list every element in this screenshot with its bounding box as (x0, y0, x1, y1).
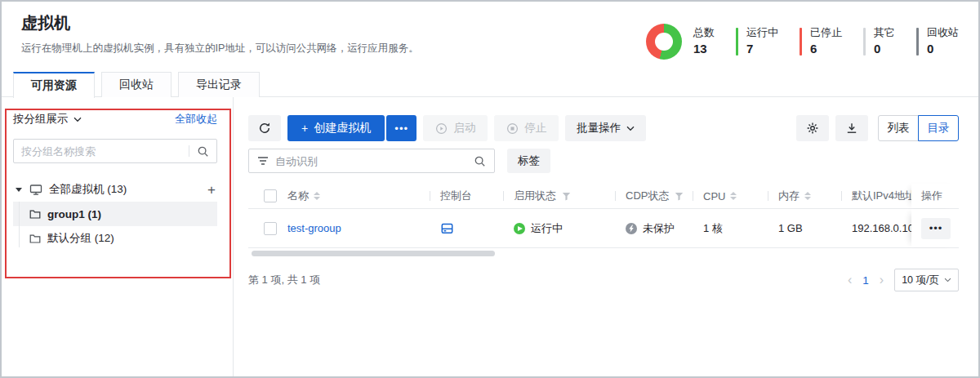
tree-node-default-group[interactable]: 默认分组 (12) (13, 226, 217, 251)
chevron-down-icon (944, 278, 951, 282)
stat-bar-other (863, 28, 866, 56)
stat-running: 运行中 7 (746, 26, 778, 57)
vm-list-panel: + 创建虚拟机 ••• 启动 停止 批量操作 (234, 97, 978, 376)
tree-node-all-vms[interactable]: 全部虚拟机 (13) + (13, 177, 217, 202)
tab-available-resources[interactable]: 可用资源 (13, 72, 95, 98)
console-icon[interactable] (440, 222, 454, 235)
horizontal-scrollbar (248, 251, 959, 256)
column-header-memory[interactable]: 内存 (768, 189, 841, 203)
page-size-select[interactable]: 10 项/页 (894, 269, 959, 291)
prev-page-button[interactable]: ‹ (848, 273, 852, 287)
create-more-button[interactable]: ••• (386, 115, 416, 141)
column-header-actions: 操作 (911, 184, 959, 208)
play-circle-icon (435, 122, 448, 135)
ipv4-value: 192.168.0.100 (852, 222, 911, 234)
filter-search-box[interactable] (248, 149, 495, 173)
chevron-down-icon (626, 126, 635, 131)
vm-table: 名称 控制台 启用状态 CDP状态 CPU (248, 184, 959, 248)
vm-stats-summary: 总数 13 运行中 7 已停止 6 其它 0 回收站 0 (646, 24, 962, 60)
current-page[interactable]: 1 (862, 274, 869, 287)
stat-stopped: 已停止 6 (810, 26, 842, 57)
column-header-cpu[interactable]: CPU (693, 190, 768, 202)
folder-icon (29, 233, 41, 244)
select-all-checkbox[interactable] (264, 189, 277, 202)
filter-row: 标签 (248, 149, 959, 173)
filter-funnel-icon[interactable] (675, 192, 684, 201)
download-icon (845, 122, 858, 135)
sort-icon[interactable] (314, 192, 320, 200)
filter-funnel-icon[interactable] (562, 192, 571, 201)
batch-actions-button[interactable]: 批量操作 (565, 115, 646, 141)
column-header-name[interactable]: 名称 (287, 189, 430, 203)
table-header: 名称 控制台 启用状态 CDP状态 CPU (248, 184, 959, 209)
filter-lines-icon (257, 156, 269, 166)
stat-recycle: 回收站 0 (927, 26, 959, 57)
tree-indent-guide (19, 202, 20, 247)
stat-bar-running (736, 28, 738, 56)
column-header-console: 控制台 (430, 189, 503, 203)
refresh-button[interactable] (248, 115, 281, 141)
tag-button[interactable]: 标签 (507, 149, 550, 173)
horizontal-scrollbar-thumb[interactable] (252, 251, 495, 256)
tab-bar: 可用资源 回收站 导出记录 (2, 72, 978, 97)
next-page-button[interactable]: › (880, 273, 884, 287)
gear-icon (806, 122, 819, 135)
add-group-button[interactable]: + (207, 183, 217, 197)
row-actions-button[interactable]: ••• (921, 218, 951, 239)
stat-bar-stopped (800, 28, 802, 56)
sort-icon[interactable] (730, 192, 737, 200)
status-running-icon (514, 223, 525, 234)
settings-button[interactable] (796, 115, 829, 141)
cdp-unprotected-icon (626, 223, 637, 234)
refresh-icon (258, 122, 271, 135)
column-header-ipv4: 默认IPv4地址 (841, 189, 911, 203)
sort-icon[interactable] (804, 192, 811, 200)
status-donut (646, 24, 682, 60)
export-button[interactable] (835, 115, 868, 141)
memory-value: 1 GB (778, 222, 803, 234)
stat-total: 总数 13 (693, 26, 715, 57)
tab-recycle-bin[interactable]: 回收站 (101, 72, 172, 97)
vm-console-page: 虚拟机 运行在物理机上的虚拟机实例，具有独立的IP地址，可以访问公共网络，运行应… (0, 0, 980, 378)
pagination: ‹ 1 › 10 项/页 (848, 269, 959, 291)
view-list-toggle[interactable]: 列表 (878, 115, 919, 141)
stat-bar-recycle (916, 28, 919, 56)
cdp-text: 未保护 (643, 221, 675, 236)
search-icon[interactable] (197, 145, 209, 158)
vm-name-link[interactable]: test-grooup (287, 222, 341, 234)
table-row: test-grooup 运行中 未保护 1 核 (248, 209, 959, 248)
group-sidebar: 按分组展示 全部收起 全部虚拟机 (13) + (2, 97, 234, 376)
filter-search-input[interactable] (275, 155, 474, 167)
page-title: 虚拟机 (21, 12, 70, 34)
group-search-input[interactable] (21, 145, 184, 158)
view-catalog-toggle[interactable]: 目录 (918, 115, 959, 141)
row-checkbox[interactable] (264, 222, 277, 235)
group-tree: 全部虚拟机 (13) + group1 (1) 默认分组 (12) (13, 177, 217, 251)
monitor-icon (29, 184, 42, 196)
folder-icon (29, 209, 41, 220)
status-text: 运行中 (531, 221, 563, 236)
chevron-down-icon (74, 117, 82, 122)
page-subtitle: 运行在物理机上的虚拟机实例，具有独立的IP地址，可以访问公共网络，运行应用服务。 (21, 42, 419, 56)
stat-other: 其它 0 (874, 26, 895, 57)
cpu-value: 1 核 (703, 221, 723, 236)
group-search-box[interactable] (13, 139, 217, 163)
tab-export-records[interactable]: 导出记录 (178, 72, 260, 97)
group-display-mode-dropdown[interactable]: 按分组展示 (13, 112, 82, 127)
ellipsis-icon: ••• (394, 122, 408, 135)
search-icon[interactable] (474, 155, 486, 167)
stop-button[interactable]: 停止 (494, 115, 559, 141)
column-header-status[interactable]: 启用状态 (503, 189, 615, 203)
plus-icon: + (301, 122, 308, 135)
expander-icon[interactable] (16, 188, 22, 192)
tree-node-group1[interactable]: group1 (1) (13, 202, 217, 226)
stop-circle-icon (506, 122, 519, 135)
table-footer: 第 1 项, 共 1 项 ‹ 1 › 10 项/页 (248, 269, 959, 291)
column-header-cdp[interactable]: CDP状态 (615, 189, 693, 203)
collapse-all-link[interactable]: 全部收起 (175, 112, 217, 127)
pagination-summary: 第 1 项, 共 1 项 (248, 273, 320, 287)
create-vm-button[interactable]: + 创建虚拟机 (287, 115, 385, 141)
start-button[interactable]: 启动 (423, 115, 488, 141)
toolbar: + 创建虚拟机 ••• 启动 停止 批量操作 (248, 115, 959, 141)
